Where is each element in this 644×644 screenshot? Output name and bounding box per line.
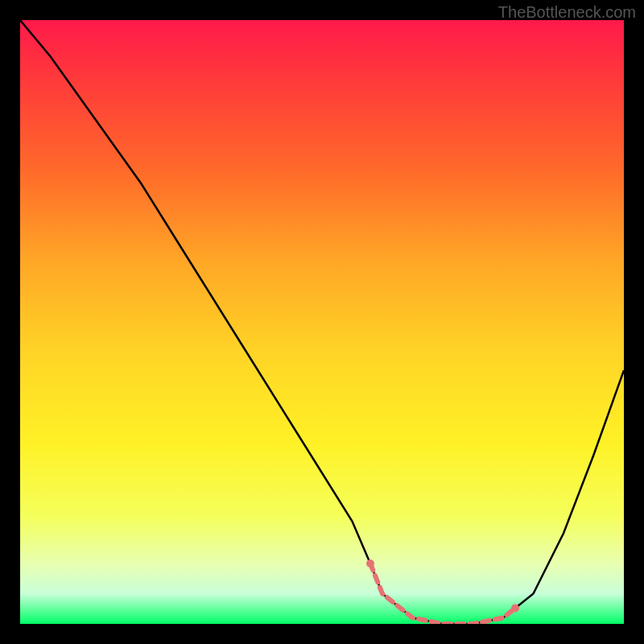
watermark-text: TheBottleneck.com bbox=[498, 3, 636, 22]
bottleneck-curve bbox=[20, 20, 624, 624]
chart-plot-area bbox=[20, 20, 624, 624]
svg-point-1 bbox=[511, 605, 519, 613]
